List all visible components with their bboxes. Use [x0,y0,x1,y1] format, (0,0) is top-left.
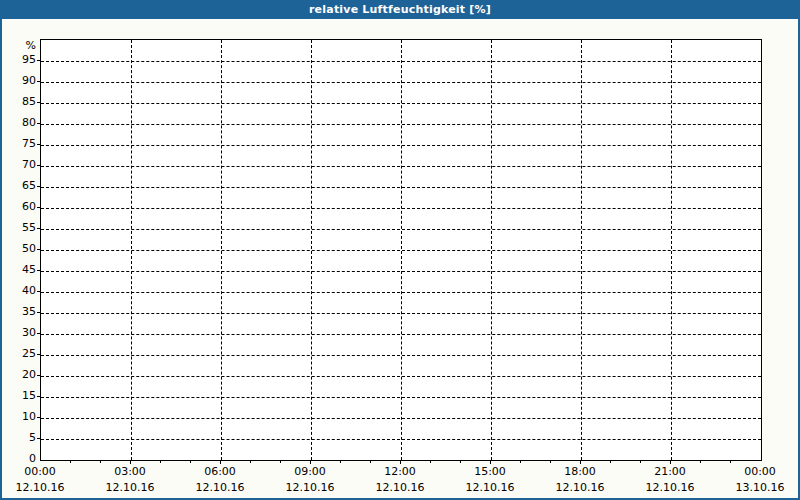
x-axis-time-label: 00:00 [725,466,795,478]
x-axis-minor-tick [100,460,101,463]
y-axis-tick-label: 10 [6,411,36,423]
x-axis-date-label: 12.10.16 [275,482,345,494]
window-title: relative Luftfeuchtigkeit [%] [309,3,491,16]
y-axis-tick [37,249,41,250]
x-axis-minor-tick [640,460,641,463]
x-axis-time-label: 03:00 [95,466,165,478]
x-axis-minor-tick [430,460,431,463]
y-axis-tick-label: 5 [6,432,36,444]
y-axis-tick [37,333,41,334]
y-axis-tick [37,123,41,124]
x-axis-date-label: 13.10.16 [725,482,795,494]
x-axis-time-label: 00:00 [5,466,75,478]
x-gridline [131,40,132,460]
x-gridline [221,40,222,460]
x-axis-time-label: 21:00 [635,466,705,478]
x-gridline [401,40,402,460]
y-axis-tick [37,375,41,376]
x-axis-time-label: 18:00 [545,466,615,478]
x-axis-date-label: 12.10.16 [455,482,525,494]
y-axis-tick-label: 65 [6,180,36,192]
y-axis-tick [37,207,41,208]
y-axis-tick [37,102,41,103]
x-axis-minor-tick [250,460,251,463]
x-gridline [491,40,492,460]
x-axis-minor-tick [730,460,731,463]
window-title-bar: relative Luftfeuchtigkeit [%] [0,0,800,19]
y-axis-tick [37,354,41,355]
y-axis-tick-label: 0 [6,453,36,465]
x-axis-minor-tick [370,460,371,463]
y-axis-tick [37,291,41,292]
y-axis-tick-label: 40 [6,285,36,297]
y-axis-tick-label: 85 [6,96,36,108]
y-axis-unit-label: % [6,40,36,52]
x-axis-major-tick [580,460,581,464]
y-axis-tick-label: 95 [6,54,36,66]
x-gridline [311,40,312,460]
y-axis-tick [37,60,41,61]
x-axis-time-label: 12:00 [365,466,435,478]
y-axis-tick-label: 30 [6,327,36,339]
y-axis-tick-label: 80 [6,117,36,129]
y-axis-tick-label: 20 [6,369,36,381]
y-axis-tick-label: 90 [6,75,36,87]
x-gridline [671,40,672,460]
x-axis-date-label: 12.10.16 [545,482,615,494]
x-axis-minor-tick [70,460,71,463]
x-axis-minor-tick [460,460,461,463]
x-axis-date-label: 12.10.16 [635,482,705,494]
x-axis-time-label: 15:00 [455,466,525,478]
y-axis-tick-label: 45 [6,264,36,276]
y-axis-tick [37,417,41,418]
y-axis-tick-label: 75 [6,138,36,150]
y-axis-tick-label: 15 [6,390,36,402]
x-axis-major-tick [220,460,221,464]
x-axis-time-label: 09:00 [275,466,345,478]
x-axis-date-label: 12.10.16 [365,482,435,494]
y-axis-tick-label: 70 [6,159,36,171]
y-axis-tick [37,165,41,166]
y-axis-tick [37,270,41,271]
chart-window: relative Luftfeuchtigkeit [%] 0510152025… [0,0,800,500]
y-axis-tick-label: 60 [6,201,36,213]
x-axis-major-tick [400,460,401,464]
y-axis-tick [37,228,41,229]
x-axis-major-tick [310,460,311,464]
x-axis-minor-tick [520,460,521,463]
y-axis-tick [37,438,41,439]
x-axis-major-tick [670,460,671,464]
x-axis-date-label: 12.10.16 [95,482,165,494]
x-axis-date-label: 12.10.16 [5,482,75,494]
y-axis-tick-label: 35 [6,306,36,318]
x-axis-minor-tick [160,460,161,463]
x-axis-time-label: 06:00 [185,466,255,478]
y-axis-tick-label: 50 [6,243,36,255]
y-axis-tick [37,396,41,397]
y-axis-tick [37,81,41,82]
x-axis-minor-tick [190,460,191,463]
y-axis-tick [37,312,41,313]
x-axis-minor-tick [340,460,341,463]
x-axis-minor-tick [280,460,281,463]
x-axis-minor-tick [550,460,551,463]
x-axis-minor-tick [700,460,701,463]
x-axis-date-label: 12.10.16 [185,482,255,494]
y-axis-tick-label: 25 [6,348,36,360]
plot-area [40,39,762,461]
y-axis-tick [37,186,41,187]
y-axis-tick [37,144,41,145]
x-axis-minor-tick [610,460,611,463]
y-axis-tick-label: 55 [6,222,36,234]
x-axis-major-tick [490,460,491,464]
x-gridline [581,40,582,460]
x-axis-major-tick [130,460,131,464]
